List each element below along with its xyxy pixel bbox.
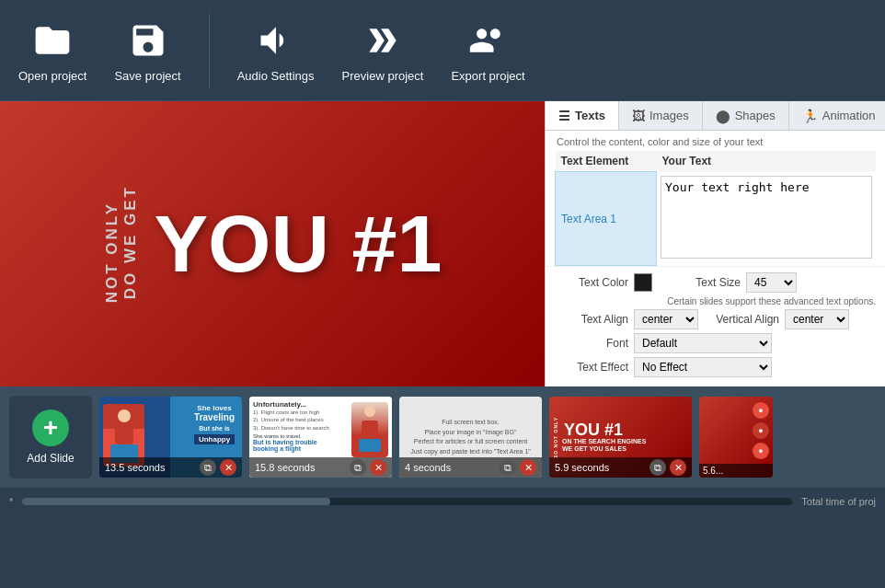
slide3-actions: ⧉ ✕ — [500, 459, 536, 476]
add-slide-label: Add Slide — [27, 452, 74, 465]
text-color-swatch[interactable] — [634, 273, 652, 292]
slide4-duration: 5.9 seconds — [555, 462, 609, 473]
slide-text-not-only: NOT ONLY — [103, 185, 121, 303]
slide1-she-loves: She loves — [194, 404, 235, 412]
tab-images-label: Images — [649, 109, 689, 122]
slide-thumb-1[interactable]: She loves Traveling But she is Unhappy 1… — [99, 397, 242, 478]
slide1-unhappy: Unhappy — [194, 434, 235, 444]
toolbar-divider — [209, 14, 210, 87]
slide-thumb-2[interactable]: Unfortunately... 1). Flight costs are to… — [249, 397, 392, 478]
text-input-cell: Your text right here — [657, 172, 876, 266]
audio-settings-label: Audio Settings — [237, 69, 315, 83]
col-text-element: Text Element — [556, 151, 657, 172]
main-area: NOT ONLY DO WE GET YOU #1 ☰ Texts 🖼 Imag… — [0, 101, 885, 386]
slide2-items: 1). Flight costs are too high 2). Unsure… — [253, 409, 350, 432]
texts-icon: ☰ — [558, 109, 570, 123]
slide-canvas: NOT ONLY DO WE GET YOU #1 — [0, 101, 545, 386]
animation-icon: 🏃 — [802, 109, 818, 123]
slide-canvas-content: NOT ONLY DO WE GET YOU #1 — [0, 101, 545, 386]
slide1-copy-btn[interactable]: ⧉ — [200, 459, 216, 476]
slide3-delete-btn[interactable]: ✕ — [520, 459, 536, 476]
slide-tray: + Add Slide She loves Traveling But she … — [0, 386, 885, 488]
slide1-text: She loves Traveling But she is Unhappy — [194, 404, 235, 444]
slide1-delete-btn[interactable]: ✕ — [220, 459, 236, 476]
text-input[interactable]: Your text right here — [661, 176, 872, 259]
tab-texts-label: Texts — [575, 109, 605, 122]
text-align-select[interactable]: center left right — [634, 309, 698, 329]
slide4-copy-btn[interactable]: ⧉ — [649, 459, 666, 476]
slide4-vert: SO NOT ONLY — [553, 417, 558, 458]
add-slide-button[interactable]: + Add Slide — [9, 396, 92, 478]
tab-shapes[interactable]: ⬤ Shapes — [703, 101, 789, 130]
images-icon: 🖼 — [632, 109, 645, 123]
text-size-select[interactable]: 45 30 60 — [746, 272, 797, 293]
panel-subtitle: Control the content, color and size of y… — [546, 131, 885, 151]
text-effect-row: Text Effect No Effect Fade In Slide In — [555, 357, 876, 377]
toolbar-preview-project[interactable]: Preview project — [342, 17, 424, 83]
total-time-label: Total time of proj — [801, 496, 876, 507]
toolbar-audio-settings[interactable]: Audio Settings — [237, 17, 315, 83]
slide4-main-block: YOU #1 ON THE SEARCH ENGINES WE GET YOU … — [558, 421, 646, 454]
slide4-sub2: WE GET YOU SALES — [562, 445, 646, 453]
slide5-icons: ● ● ● — [753, 402, 769, 459]
tab-animation-label: Animation — [822, 109, 876, 122]
controls-area: Text Color Text Size 45 30 60 Certain sl… — [546, 266, 885, 386]
slide3-time-bar: 4 seconds ⧉ ✕ — [399, 457, 542, 478]
preview-icon — [360, 17, 406, 63]
folder-icon — [29, 17, 75, 63]
tab-texts[interactable]: ☰ Texts — [546, 101, 619, 130]
slide-thumb-5[interactable]: ● ● ● 5.6... — [699, 397, 773, 478]
slide-thumb-3[interactable]: Full screen text box. Place your image i… — [399, 397, 542, 478]
open-project-label: Open project — [18, 69, 86, 83]
slide2-delete-btn[interactable]: ✕ — [370, 459, 386, 476]
slide2-title: Unfortunately... — [253, 400, 350, 409]
slide-text-do-we-get: DO WE GET — [121, 185, 140, 299]
slide2-footer2: But is having troublebooking a flight — [253, 439, 350, 452]
col-your-text: Your Text — [657, 151, 876, 172]
slide2-actions: ⧉ ✕ — [350, 459, 386, 476]
font-label: Font — [555, 337, 628, 350]
slide-vertical-text: NOT ONLY DO WE GET — [103, 185, 141, 303]
text-row: Text Area 1 Your text right here — [556, 172, 876, 266]
text-editor: Text Element Your Text Text Area 1 Your … — [546, 151, 885, 266]
slide1-time-bar: 13.5 seconds ⧉ ✕ — [99, 457, 242, 478]
slide3-text: Full screen text box. Place your image i… — [407, 414, 534, 460]
text-table: Text Element Your Text Text Area 1 Your … — [555, 151, 876, 266]
slide4-time-bar: 5.9 seconds ⧉ ✕ — [549, 457, 692, 478]
text-align-label: Text Align — [555, 313, 628, 326]
vertical-align-label: Vertical Align — [706, 313, 779, 326]
vertical-align-select[interactable]: center top bottom — [785, 309, 849, 329]
toolbar-open-project[interactable]: Open project — [18, 17, 86, 83]
slide3-line3: Perfect for articles or full screen cont… — [410, 437, 531, 447]
slide-thumb-4[interactable]: SO NOT ONLY YOU #1 ON THE SEARCH ENGINES… — [549, 397, 692, 478]
slide5-icon2: ● — [753, 422, 769, 439]
tab-images[interactable]: 🖼 Images — [619, 101, 703, 130]
slide4-main: YOU #1 — [562, 421, 646, 438]
slide4-actions: ⧉ ✕ — [649, 459, 686, 476]
text-effect-select[interactable]: No Effect Fade In Slide In — [634, 357, 772, 377]
text-align-row: Text Align center left right Vertical Al… — [555, 309, 876, 329]
scrollbar-thumb — [22, 498, 330, 505]
slide5-duration: 5.6... — [703, 466, 723, 476]
scrollbar-container[interactable] — [22, 498, 792, 505]
slide3-duration: 4 seconds — [405, 462, 451, 473]
add-slide-icon: + — [32, 409, 69, 446]
slide4-delete-btn[interactable]: ✕ — [670, 459, 686, 476]
text-element-name[interactable]: Text Area 1 — [556, 172, 657, 266]
font-select[interactable]: Default Arial Times New Roman — [634, 333, 772, 353]
slide3-line2: Place your image in "Image BG" — [410, 428, 531, 438]
save-project-label: Save project — [114, 69, 180, 83]
slide1-traveling: Traveling — [194, 412, 235, 422]
slide3-copy-btn[interactable]: ⧉ — [500, 459, 516, 476]
slide2-time-bar: 15.8 seconds ⧉ ✕ — [249, 457, 392, 478]
export-icon — [465, 17, 511, 63]
toolbar-save-project[interactable]: Save project — [114, 17, 180, 83]
toolbar-export-project[interactable]: Export project — [451, 17, 524, 83]
tab-animation[interactable]: 🏃 Animation — [789, 101, 885, 130]
slide2-copy-btn[interactable]: ⧉ — [350, 459, 366, 476]
advanced-note: Certain slides support these advanced te… — [555, 296, 876, 306]
tab-shapes-label: Shapes — [735, 109, 776, 122]
slide5-icon3: ● — [753, 443, 769, 459]
font-row: Font Default Arial Times New Roman — [555, 333, 876, 353]
slide4-sub1: ON THE SEARCH ENGINES — [562, 438, 646, 445]
